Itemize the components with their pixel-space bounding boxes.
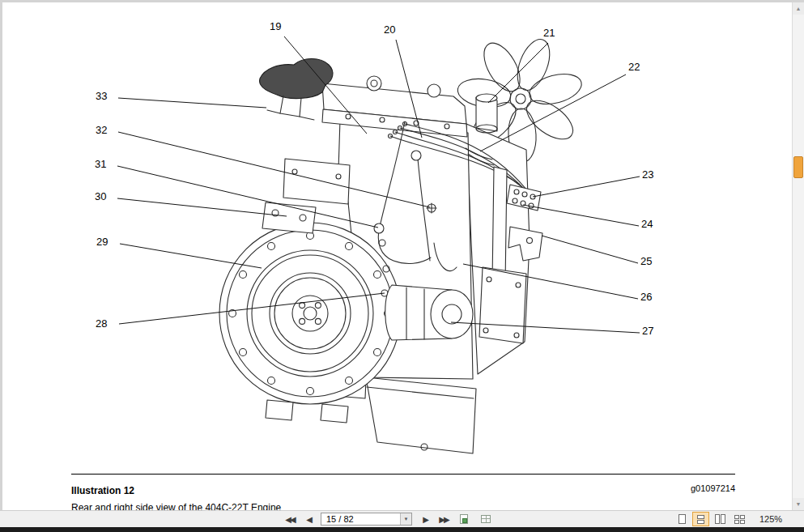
- print-icon: [481, 515, 491, 523]
- scroll-up-button[interactable]: ▲: [793, 2, 804, 15]
- continuous-facing-view-button[interactable]: [731, 512, 748, 526]
- snapshot-button[interactable]: [458, 513, 472, 526]
- scroll-down-button[interactable]: ▼: [793, 498, 804, 510]
- snapshot-accent: [462, 518, 467, 523]
- illustration-label: Illustration 12: [71, 485, 134, 496]
- snapshot-icon: [460, 514, 468, 524]
- callout-22: 22: [628, 61, 640, 73]
- flywheel-drawing: [219, 223, 401, 404]
- figure-caption: Rear and right side view of the 404C-22T…: [71, 502, 281, 510]
- facing-pages-icon: [715, 514, 725, 524]
- continuous-pages-icon: [697, 515, 704, 524]
- continuous-view-button[interactable]: [692, 512, 709, 526]
- window-top-edge: [0, 0, 804, 2]
- caption-divider: [71, 474, 735, 475]
- combobox-dropdown-icon[interactable]: ▼: [400, 513, 411, 525]
- callout-25: 25: [640, 255, 652, 267]
- figure-id: g01097214: [679, 483, 735, 493]
- pdf-viewer-window: 19 20 21 22 33 32 31 30 29 28 23 24 25 2…: [0, 0, 804, 532]
- callout-30: 30: [95, 190, 106, 202]
- callout-29: 29: [96, 236, 108, 248]
- callout-23: 23: [642, 168, 653, 181]
- single-page-icon: [679, 514, 686, 524]
- callout-33: 33: [96, 90, 107, 102]
- last-page-button[interactable]: ▶▶: [436, 513, 452, 526]
- first-page-button[interactable]: ◀◀: [282, 513, 298, 526]
- next-page-button[interactable]: ▶: [419, 513, 431, 526]
- engine-diagram: [0, 0, 804, 510]
- status-toolbar: ◀◀ ◀ 15 / 82 ▼ ▶ ▶▶ 125%: [0, 510, 804, 527]
- callout-21: 21: [543, 27, 555, 39]
- scrollbar-thumb[interactable]: [793, 156, 803, 178]
- facing-pages-view-button[interactable]: [712, 512, 729, 526]
- continuous-facing-icon: [734, 515, 745, 524]
- zoom-level-button[interactable]: 125%: [759, 514, 782, 524]
- print-button[interactable]: [479, 513, 493, 526]
- callout-31: 31: [95, 158, 106, 170]
- callout-27: 27: [642, 325, 653, 337]
- vertical-scrollbar[interactable]: ▲ ▼: [792, 2, 804, 510]
- single-page-view-button[interactable]: [674, 512, 691, 526]
- callout-24: 24: [641, 218, 653, 230]
- window-bottom-edge: [0, 527, 804, 532]
- previous-page-button[interactable]: ◀: [303, 513, 314, 526]
- callout-28: 28: [96, 317, 107, 330]
- page-indicator[interactable]: 15 / 82: [326, 513, 354, 525]
- document-page: 19 20 21 22 33 32 31 30 29 28 23 24 25 2…: [0, 0, 804, 510]
- window-left-edge: [0, 0, 2, 510]
- callout-32: 32: [96, 124, 107, 136]
- callout-19: 19: [270, 20, 281, 32]
- page-number-combobox[interactable]: 15 / 82 ▼: [321, 513, 412, 526]
- callout-26: 26: [640, 291, 652, 303]
- callout-20: 20: [384, 23, 395, 36]
